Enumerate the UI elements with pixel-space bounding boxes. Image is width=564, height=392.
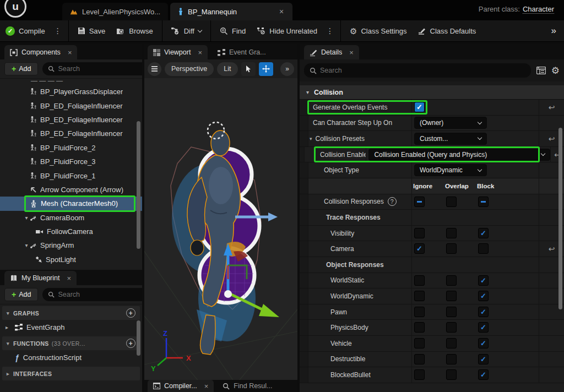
class-defaults-button[interactable]: Class Defaults [413, 20, 482, 41]
checkbox-camera-overlap[interactable] [446, 243, 457, 254]
close-icon[interactable]: × [198, 48, 202, 57]
component-row[interactable]: Mesh (CharacterMesh0) [0, 197, 142, 210]
viewport-toolbar-overflow-button[interactable]: » [280, 62, 294, 76]
perspective-button[interactable]: Perspective [165, 62, 214, 76]
checkbox-destructible-block[interactable] [478, 354, 489, 364]
help-icon[interactable]: ? [388, 197, 397, 206]
tab-details[interactable]: Details × [304, 45, 359, 59]
expander-icon[interactable]: ▾ [23, 215, 30, 221]
my-blueprint-section-interfaces[interactable]: ▸INTERFACES [2, 367, 140, 380]
component-row[interactable]: BP_ED_FoliageInfluencer [0, 113, 142, 127]
checkbox-worldstatic-overlap[interactable] [446, 275, 457, 286]
expander-icon[interactable]: ▸ [6, 324, 11, 330]
my-blueprint-item[interactable]: ▸EventGraph [0, 320, 142, 335]
checkbox-vehicle-ignore[interactable] [414, 338, 425, 349]
expander-icon[interactable]: ▾ [306, 89, 309, 95]
details-search[interactable] [304, 63, 531, 78]
checkbox-visibility-ignore[interactable] [414, 228, 425, 238]
checkbox-collision-responses-overlap[interactable] [446, 197, 457, 207]
component-row[interactable]: ▾CameraBoom [0, 211, 142, 225]
component-row[interactable]: BP_FluidForce_2 [0, 141, 142, 155]
checkbox-destructible-overlap[interactable] [446, 354, 457, 364]
checkbox-camera-ignore[interactable] [414, 243, 425, 254]
component-row[interactable]: FollowCamera [0, 225, 142, 238]
add-component-button[interactable]: + Add [4, 62, 38, 75]
component-row[interactable]: BP_FluidForce_3 [0, 155, 142, 168]
checkbox-physicsbody-block[interactable] [478, 322, 489, 333]
parent-class-link[interactable]: Character [523, 5, 554, 14]
my-blueprint-section-graphs[interactable]: ▾GRAPHS+ [2, 306, 140, 320]
hide-unrelated-kebab[interactable]: ⋮ [323, 26, 337, 35]
component-row[interactable]: SpotLight [0, 253, 142, 266]
find-button[interactable]: Find [214, 20, 251, 41]
tab-find-results[interactable]: Find Resul... [217, 380, 278, 392]
component-row[interactable]: BP_ED_FoliageInfluencer [0, 127, 142, 140]
display-filter-icon[interactable] [536, 67, 546, 74]
components-search-input[interactable] [58, 65, 142, 73]
checkbox-pawn-overlap[interactable] [446, 307, 457, 317]
checkbox-worlddynamic-overlap[interactable] [446, 291, 457, 301]
checkbox-collision-responses-ignore[interactable] [414, 197, 425, 207]
my-blueprint-scrollbar[interactable] [137, 320, 140, 356]
expander-icon[interactable]: ▸ [7, 371, 9, 377]
details-scrollbar[interactable] [558, 128, 562, 309]
checkbox-worldstatic-block[interactable] [478, 275, 489, 286]
checkbox-visibility-block[interactable] [478, 228, 489, 238]
component-row[interactable]: ▾SpringArm [0, 238, 142, 252]
expander-icon[interactable]: ▾ [310, 136, 312, 141]
reset-to-default-icon[interactable]: ↩ [549, 244, 555, 253]
checkbox-blockedbullet-ignore[interactable] [414, 369, 425, 380]
dropdown-collision-enabled[interactable]: Collision Enabled (Query and Physics) [368, 149, 550, 161]
expander-icon[interactable]: ▾ [7, 341, 9, 346]
close-icon[interactable]: × [68, 48, 72, 57]
close-icon[interactable]: × [204, 382, 209, 390]
close-icon[interactable]: × [349, 48, 354, 57]
tab-bp-mannequin[interactable]: BP_Mannequin × [170, 3, 292, 20]
move-tool-button[interactable] [259, 62, 273, 76]
components-search[interactable] [42, 62, 142, 75]
checkbox-physicsbody-overlap[interactable] [446, 322, 457, 333]
component-row[interactable]: — — — — [0, 80, 142, 85]
checkbox-vehicle-overlap[interactable] [446, 338, 457, 349]
lit-button[interactable]: Lit [217, 62, 237, 76]
browse-button[interactable]: Browse [111, 20, 158, 41]
checkbox-worldstatic-ignore[interactable] [414, 275, 425, 286]
expander-icon[interactable]: ▾ [7, 311, 9, 316]
diff-button[interactable]: Diff [166, 20, 207, 41]
compile-options-kebab[interactable]: ⋮ [51, 26, 65, 35]
components-scrollbar[interactable] [137, 121, 140, 249]
checkbox-visibility-overlap[interactable] [446, 228, 457, 238]
my-blueprint-search[interactable] [42, 288, 142, 301]
tab-viewport[interactable]: Viewport × [148, 45, 208, 59]
component-row[interactable]: BP_PlayerGrassDisplacer [0, 85, 142, 99]
checkbox-pawn-ignore[interactable] [414, 307, 425, 317]
checkbox-worlddynamic-block[interactable] [478, 291, 489, 301]
checkbox-worlddynamic-ignore[interactable] [414, 291, 425, 301]
unreal-logo-icon[interactable]: u [4, 0, 26, 18]
save-button[interactable]: Save [72, 20, 111, 41]
tab-level[interactable]: Level_AlienPhysicsWo... [62, 3, 168, 20]
checkbox-camera-block[interactable] [478, 243, 489, 254]
viewport-menu-button[interactable] [148, 62, 161, 76]
checkbox-blockedbullet-block[interactable] [478, 369, 489, 380]
checkbox-vehicle-block[interactable] [478, 338, 489, 349]
my-blueprint-section-functions[interactable]: ▾FUNCTIONS(33 OVER...+ [2, 336, 140, 350]
component-row[interactable]: BP_FluidForce_1 [0, 168, 142, 182]
dropdown-can-character-step-up-on[interactable]: (Owner) [414, 117, 487, 129]
component-row[interactable]: Arrow Component (Arrow) [0, 183, 142, 197]
dropdown-object-type[interactable]: WorldDynamic [414, 164, 487, 176]
close-icon[interactable]: × [278, 7, 285, 16]
details-search-input[interactable] [320, 67, 525, 74]
reset-to-default-icon[interactable]: ↩ [549, 134, 555, 143]
my-blueprint-search-input[interactable] [58, 291, 142, 298]
details-settings-gear-icon[interactable]: ⚙ [551, 66, 560, 75]
close-icon[interactable]: × [67, 274, 71, 282]
component-row[interactable]: BP_ED_FoliageInfluencer [0, 99, 142, 112]
checkbox[interactable] [414, 102, 425, 112]
add-circle-icon[interactable]: + [126, 308, 135, 318]
my-blueprint-item[interactable]: ƒConstructionScript [0, 350, 142, 365]
toolbar-overflow-button[interactable]: » [544, 25, 564, 36]
hide-unrelated-button[interactable]: Hide Unrelated [251, 20, 323, 41]
compile-button[interactable]: ✓ Compile [0, 20, 51, 41]
checkbox-physicsbody-ignore[interactable] [414, 322, 425, 333]
